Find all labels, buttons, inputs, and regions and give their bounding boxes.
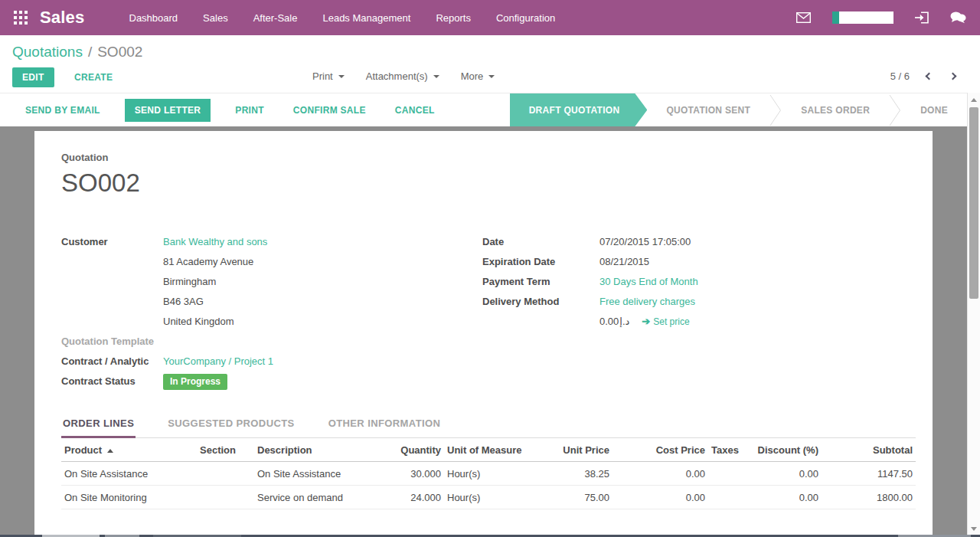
cell-section <box>193 462 254 486</box>
column-product[interactable]: Product <box>61 438 193 462</box>
customer-address-line: B46 3AG <box>163 292 267 312</box>
pager-next-button[interactable] <box>949 72 957 80</box>
column-section[interactable]: Section <box>193 438 254 462</box>
expiration-date-field: Expiration Date 08/21/2015 <box>482 252 916 272</box>
apps-grid-icon[interactable] <box>14 11 28 25</box>
column-unit-of-measure[interactable]: Unit of Measure <box>444 438 532 462</box>
messages-envelope-icon[interactable] <box>796 12 811 23</box>
right-field-group: Date 07/20/2015 17:05:00 Expiration Date… <box>482 232 916 391</box>
cell-section <box>193 486 254 509</box>
stage-quotation-sent[interactable]: QUOTATION SENT <box>647 93 769 126</box>
table-header-row: Product Section Description Quantity Uni… <box>61 438 916 462</box>
sign-in-icon[interactable] <box>915 11 929 24</box>
nav-input[interactable] <box>832 11 893 24</box>
column-quantity[interactable]: Quantity <box>383 438 444 462</box>
caret-down-icon <box>433 75 439 78</box>
chevron-left-icon <box>926 73 933 80</box>
print-button[interactable]: PRINT <box>230 104 269 116</box>
customer-address-line: United Kingdom <box>163 312 267 332</box>
action-menus: Print Attachment(s) More <box>312 70 495 82</box>
cell-description: On Site Assistance <box>254 462 383 486</box>
tab-suggested-products[interactable]: SUGGESTED PRODUCTS <box>166 414 296 438</box>
cell-cost-price: 0.00 <box>612 486 708 509</box>
set-price-button[interactable]: ➔Set price <box>642 316 689 327</box>
menu-dashboard[interactable]: Dashboard <box>129 12 178 24</box>
cell-subtotal: 1147.50 <box>822 462 916 486</box>
cell-product: On Site Assistance <box>61 462 193 486</box>
scroll-down-arrow-icon[interactable] <box>971 527 977 531</box>
stage-separator-icon <box>889 93 901 127</box>
customer-link[interactable]: Bank Wealthy and sons <box>163 236 267 247</box>
column-description[interactable]: Description <box>254 438 383 462</box>
attachments-menu[interactable]: Attachment(s) <box>366 70 439 82</box>
cell-product: On Site Monitoring <box>61 486 193 509</box>
pager: 5 / 6 <box>890 70 957 82</box>
column-taxes[interactable]: Taxes <box>708 438 740 462</box>
pager-previous-button[interactable] <box>925 72 933 80</box>
breadcrumb-current: SO002 <box>97 44 142 60</box>
menu-configuration[interactable]: Configuration <box>496 12 555 24</box>
contract-status-label: Contract Status <box>61 372 163 391</box>
cell-taxes <box>708 462 740 486</box>
menu-after-sale[interactable]: After-Sale <box>253 12 298 24</box>
control-panel: Quotations/SO002 EDIT CREATE Print Attac… <box>0 35 980 93</box>
delivery-method-link[interactable]: Free delivery charges <box>599 296 695 307</box>
payment-term-label: Payment Term <box>482 272 599 292</box>
chat-bubbles-icon[interactable] <box>950 11 966 24</box>
stage-draft-quotation[interactable]: DRAFT QUOTATION <box>510 93 648 126</box>
stage-separator-icon <box>769 93 782 127</box>
send-by-email-button[interactable]: SEND BY EMAIL <box>21 104 105 116</box>
cell-unit-price: 38.25 <box>532 462 612 486</box>
create-button[interactable]: CREATE <box>70 71 117 83</box>
app-brand[interactable]: Sales <box>40 8 85 28</box>
stage-sales-order[interactable]: SALES ORDER <box>782 93 889 126</box>
cell-discount: 0.00 <box>740 462 822 486</box>
currency-symbol: د.إ <box>619 316 629 327</box>
tab-other-information[interactable]: OTHER INFORMATION <box>327 414 443 438</box>
status-badge: In Progress <box>163 374 227 390</box>
cancel-button[interactable]: CANCEL <box>390 104 439 116</box>
document-type-label: Quotation <box>61 152 916 163</box>
vertical-scrollbar[interactable] <box>967 93 980 535</box>
contract-analytic-field: Contract / Analytic YourCompany / Projec… <box>61 352 482 372</box>
delivery-price-value: 0.00 <box>599 316 619 327</box>
sort-ascending-icon <box>107 449 113 453</box>
top-menu: Dashboard Sales After-Sale Leads Managem… <box>129 12 556 24</box>
menu-leads-management[interactable]: Leads Management <box>322 12 410 24</box>
statusbar-buttons: SEND BY EMAIL SEND LETTER PRINT CONFIRM … <box>21 99 439 122</box>
confirm-sale-button[interactable]: CONFIRM SALE <box>289 104 371 116</box>
date-label: Date <box>482 232 599 252</box>
contract-status-field: Contract Status In Progress <box>61 372 482 391</box>
cell-unit-price: 75.00 <box>532 486 612 509</box>
cell-discount: 0.00 <box>740 486 822 509</box>
topbar-systray <box>796 11 966 24</box>
column-cost-price[interactable]: Cost Price <box>612 438 708 462</box>
send-letter-button[interactable]: SEND LETTER <box>125 99 211 122</box>
order-line-row[interactable]: On Site Monitoring Service on demand 24.… <box>61 486 916 509</box>
order-lines-table: Product Section Description Quantity Uni… <box>61 438 916 509</box>
menu-reports[interactable]: Reports <box>436 12 471 24</box>
tab-order-lines[interactable]: ORDER LINES <box>61 414 136 438</box>
document-name: SO002 <box>61 169 916 198</box>
payment-term-link[interactable]: 30 Days End of Month <box>599 276 698 287</box>
column-subtotal[interactable]: Subtotal <box>822 438 916 462</box>
column-unit-price[interactable]: Unit Price <box>532 438 612 462</box>
caret-down-icon <box>488 75 495 78</box>
field-groups: Customer Bank Wealthy and sons 81 Academ… <box>61 232 916 391</box>
scrollbar-thumb[interactable] <box>969 107 978 299</box>
scroll-up-arrow-icon[interactable] <box>971 98 977 102</box>
contract-analytic-link[interactable]: YourCompany / Project 1 <box>163 355 273 367</box>
payment-term-field: Payment Term 30 Days End of Month <box>482 272 916 292</box>
delivery-method-field: Delivery Method Free delivery charges <box>482 292 916 312</box>
breadcrumb-quotations-link[interactable]: Quotations <box>12 44 83 60</box>
stage-done[interactable]: DONE <box>901 93 967 126</box>
more-menu[interactable]: More <box>461 70 495 82</box>
print-menu[interactable]: Print <box>312 70 345 82</box>
notebook-tabs: ORDER LINES SUGGESTED PRODUCTS OTHER INF… <box>61 414 916 438</box>
order-line-row[interactable]: On Site Assistance On Site Assistance 30… <box>61 462 916 486</box>
column-discount[interactable]: Discount (%) <box>740 438 822 462</box>
menu-sales[interactable]: Sales <box>203 12 228 24</box>
expiration-date-label: Expiration Date <box>482 252 599 272</box>
customer-address-line: Birmingham <box>163 272 267 292</box>
edit-button[interactable]: EDIT <box>12 67 54 87</box>
